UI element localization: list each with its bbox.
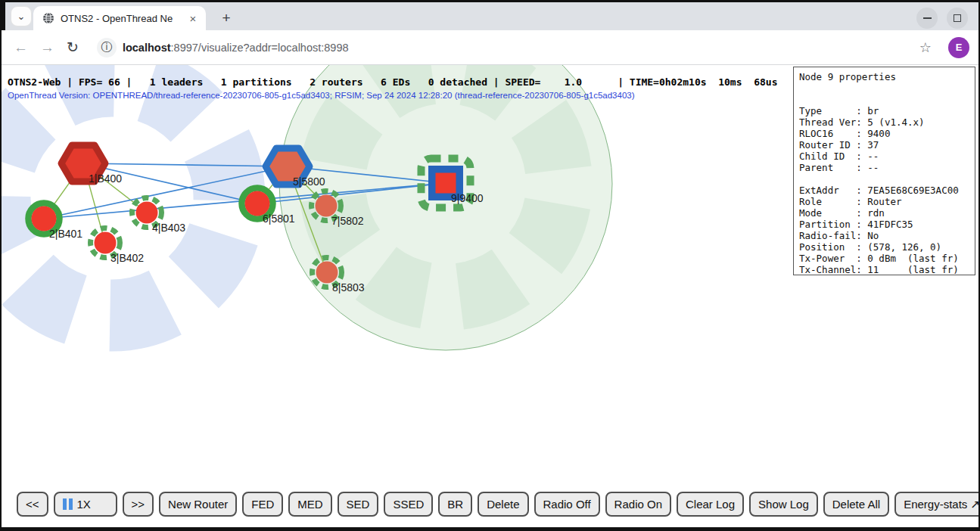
toolbar-button-label: Show Log — [758, 498, 809, 511]
toolbar-button-label: Delete — [487, 498, 519, 511]
toolbar-button-energy-stats[interactable]: Energy-stats ↗ — [894, 492, 978, 517]
toolbar-button-label: Energy-stats ↗ — [904, 498, 978, 511]
site-info-icon[interactable]: ⓘ — [97, 38, 117, 57]
toolbar-button-delete-all[interactable]: Delete All — [823, 492, 889, 517]
node-7-label: 7|5802 — [331, 215, 364, 227]
node-properties-title: Node 9 properties — [799, 71, 896, 82]
maximize-button[interactable] — [947, 8, 968, 29]
node-properties-panel: Node 9 properties Type : br Thread Ver: … — [793, 67, 975, 275]
forward-icon[interactable]: → — [40, 39, 54, 56]
node-5-label: 5|5800 — [293, 175, 325, 188]
globe-favicon-icon — [42, 12, 54, 24]
back-icon[interactable]: ← — [14, 39, 28, 56]
toolbar-button-label: MED — [297, 498, 322, 511]
toolbar-button-step-back[interactable]: << — [17, 492, 48, 517]
toolbar-button-delete[interactable]: Delete — [478, 492, 528, 517]
minimize-button[interactable] — [916, 8, 938, 29]
openthread-version-text: OpenThread Version: OPENTHREAD/thread-re… — [8, 91, 635, 100]
tab-strip: ⌄ OTNS2 - OpenThread Ne × + — [2, 2, 978, 30]
toolbar-button-label: 1X — [77, 498, 91, 511]
toolbar-button-label: Radio Off — [543, 498, 591, 511]
toolbar-button-label: Clear Log — [686, 498, 735, 511]
toolbar-button-med[interactable]: MED — [288, 492, 331, 517]
toolbar-button-label: Radio On — [614, 498, 662, 511]
toolbar-button-label: >> — [132, 498, 145, 511]
toolbar-button-label: << — [26, 498, 39, 511]
url-bar: ← → ↻ ⓘ localhost:8997/visualize?addr=lo… — [2, 30, 978, 65]
maximize-icon — [954, 14, 961, 22]
active-tab[interactable]: OTNS2 - OpenThread Ne × — [33, 6, 206, 30]
toolbar-button-sed[interactable]: SED — [338, 492, 379, 517]
bottom-toolbar: <<1X>>New RouterFEDMEDSEDSSEDBRDeleteRad… — [17, 492, 978, 517]
toolbar-button-radio-on[interactable]: Radio On — [605, 492, 671, 517]
node-7-circle[interactable] — [316, 195, 338, 217]
browser-window: ⌄ OTNS2 - OpenThread Ne × + ← → ↻ ⓘ loca… — [0, 0, 980, 531]
node-4-label: 4|B403 — [152, 222, 185, 234]
url-path: :8997/visualize?addr=localhost:8998 — [171, 42, 349, 54]
toolbar-button-label: Delete All — [832, 498, 880, 511]
toolbar-button-label: BR — [447, 498, 463, 511]
bookmark-star-icon[interactable]: ☆ — [919, 39, 932, 56]
minimize-icon — [923, 17, 932, 19]
toolbar-button-label: New Router — [168, 498, 228, 511]
address-input[interactable]: localhost:8997/visualize?addr=localhost:… — [123, 42, 349, 54]
toolbar-button-label: SED — [347, 498, 370, 511]
toolbar-button-show-log[interactable]: Show Log — [749, 492, 818, 517]
new-tab-button[interactable]: + — [216, 8, 236, 28]
node-9-label: 9|9400 — [451, 192, 484, 204]
toolbar-button-br[interactable]: BR — [438, 492, 472, 517]
toolbar-button-radio-off[interactable]: Radio Off — [534, 492, 600, 517]
node-3-label: 3|B402 — [110, 252, 144, 264]
node-9-square[interactable] — [436, 173, 456, 194]
visualizer-canvas[interactable]: 1|B4002|B4013|B4024|B4035|58006|58017|58… — [2, 65, 978, 526]
node-3-circle[interactable] — [95, 232, 117, 254]
window-controls — [916, 8, 968, 29]
toolbar-button-new-router[interactable]: New Router — [159, 492, 237, 517]
refresh-icon[interactable]: ↻ — [67, 39, 79, 56]
toolbar-button-label: FED — [251, 498, 274, 511]
toolbar-button-step-forward[interactable]: >> — [123, 492, 154, 517]
toolbar-button-fed[interactable]: FED — [242, 492, 283, 517]
tab-title: OTNS2 - OpenThread Ne — [61, 13, 186, 24]
chevron-down-icon: ⌄ — [17, 11, 26, 22]
toolbar-button-pause-speed[interactable]: 1X — [54, 492, 117, 517]
pause-icon — [63, 498, 73, 510]
tab-close-icon[interactable]: × — [186, 12, 200, 25]
node-6-label: 6|5801 — [263, 213, 295, 225]
node-8-circle[interactable] — [316, 262, 338, 284]
node-8-label: 8|5803 — [332, 281, 365, 293]
node-properties-lines: Type : br Thread Ver: 5 (v1.4.x) RLOC16 … — [799, 105, 959, 275]
node-1-label: 1|B400 — [89, 172, 122, 185]
node-4-circle[interactable] — [136, 202, 158, 224]
window-edge — [2, 2, 5, 30]
tab-search-button[interactable]: ⌄ — [11, 6, 32, 26]
simulation-status-text: OTNS2-Web | FPS= 66 | 1 leaders 1 partit… — [8, 76, 777, 88]
toolbar-button-ssed[interactable]: SSED — [384, 492, 433, 517]
profile-avatar[interactable]: E — [948, 37, 969, 58]
url-host: localhost — [123, 42, 171, 54]
toolbar-button-label: SSED — [393, 498, 424, 511]
node-2-label: 2|B401 — [49, 228, 82, 240]
toolbar-button-clear-log[interactable]: Clear Log — [677, 492, 744, 517]
